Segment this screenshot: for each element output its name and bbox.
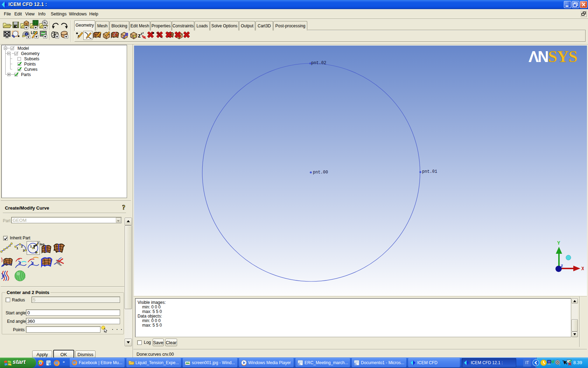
svg-text:pnt.00: pnt.00 [313,170,328,175]
svg-text:2: 2 [37,241,39,245]
svg-text:3: 3 [35,251,37,254]
svg-text:Points: Points [24,62,36,67]
svg-text:1: 1 [30,245,32,248]
svg-text:Geometry: Geometry [21,51,40,56]
svg-text:z: z [138,33,141,39]
svg-text:Curves: Curves [24,67,37,72]
svg-text:Y: Y [557,240,560,246]
svg-text:X: X [581,266,584,272]
svg-text:Model: Model [18,46,29,51]
svg-text:3: 3 [23,249,24,252]
svg-text:pnt.01: pnt.01 [422,169,437,174]
svg-text:?: ? [122,204,125,211]
svg-text:»: » [63,360,65,364]
svg-text:Subsets: Subsets [24,56,39,61]
svg-text:ΛN: ΛN [528,50,548,65]
svg-text:z: z [142,32,144,34]
svg-text:Parts: Parts [21,72,31,77]
svg-text:2: 2 [21,245,23,248]
svg-text:1: 1 [16,246,18,250]
svg-text:pnt.02: pnt.02 [311,61,326,66]
svg-text:SYS: SYS [548,50,577,65]
